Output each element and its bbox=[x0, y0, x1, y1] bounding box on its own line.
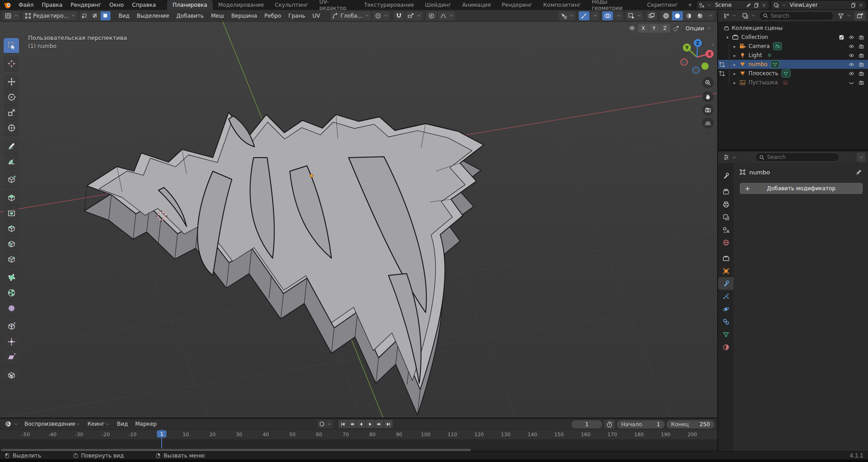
topbar-menu-Окно[interactable]: Окно bbox=[106, 0, 128, 10]
properties-options-dropdown[interactable] bbox=[857, 153, 865, 162]
play-reverse-button[interactable] bbox=[357, 420, 365, 428]
tool-select-box[interactable] bbox=[4, 38, 19, 53]
chevron-right-icon[interactable]: ▸ bbox=[734, 80, 739, 85]
tool-extrude-region[interactable] bbox=[4, 190, 19, 206]
copy-icon[interactable] bbox=[850, 2, 856, 8]
viewport-menu-UV[interactable]: UV bbox=[309, 11, 324, 21]
workspace-tab-10[interactable]: Скриптинг bbox=[642, 0, 683, 10]
camera-view-button[interactable] bbox=[702, 104, 714, 116]
visibility-dropdown[interactable] bbox=[558, 11, 575, 20]
mirror-icon[interactable] bbox=[628, 25, 636, 32]
shading-dropdown[interactable] bbox=[706, 11, 715, 20]
scene-selector[interactable]: Scene bbox=[697, 1, 769, 9]
chevron-down-icon[interactable] bbox=[327, 422, 331, 426]
render-visibility-icon[interactable] bbox=[858, 53, 864, 58]
tool-smooth[interactable] bbox=[4, 301, 19, 316]
tool-add-cube[interactable] bbox=[4, 172, 19, 188]
copy-icon[interactable] bbox=[753, 2, 759, 8]
vertex-select-button[interactable] bbox=[80, 11, 90, 20]
frame-end-field[interactable]: Конец250 bbox=[667, 420, 715, 428]
tool-shear[interactable] bbox=[4, 350, 19, 365]
workspace-tab-1[interactable]: Моделирование bbox=[213, 0, 269, 10]
camera-data-icon[interactable] bbox=[773, 43, 782, 50]
sidebar-collapse-arrow[interactable]: ‹ bbox=[712, 42, 714, 48]
properties-tab-object-data[interactable] bbox=[718, 328, 734, 341]
properties-tab-output[interactable] bbox=[718, 198, 734, 211]
timeline-menu-Вид[interactable]: Вид bbox=[113, 419, 131, 429]
mirror-axis-y[interactable]: Y bbox=[649, 24, 659, 33]
close-icon[interactable] bbox=[761, 2, 767, 8]
snap-target-dropdown[interactable] bbox=[405, 11, 422, 20]
edge-select-button[interactable] bbox=[90, 11, 100, 20]
auto-key-icon[interactable] bbox=[318, 420, 326, 428]
properties-tab-world[interactable] bbox=[718, 236, 734, 249]
outliner-filter-mode[interactable] bbox=[740, 11, 757, 20]
chevron-right-icon[interactable]: ▸ bbox=[734, 53, 739, 58]
proportional-falloff-dropdown[interactable] bbox=[438, 11, 455, 20]
mesh-data-icon[interactable] bbox=[771, 61, 779, 68]
properties-editor-type[interactable] bbox=[721, 153, 738, 162]
proportional-edit-toggle[interactable] bbox=[426, 11, 437, 20]
viewport-menu-Грань[interactable]: Грань bbox=[285, 11, 309, 21]
checkbox-icon[interactable] bbox=[839, 34, 844, 40]
viewport-menu-Выделение[interactable]: Выделение bbox=[133, 11, 173, 21]
tool-knife[interactable] bbox=[4, 252, 19, 267]
workspace-tab-0[interactable]: Планировка bbox=[167, 0, 212, 10]
properties-tab-modifiers[interactable] bbox=[718, 277, 734, 290]
mode-dropdown[interactable]: Редактиро... bbox=[23, 11, 77, 20]
mesh-edit-overlay-dropdown[interactable] bbox=[626, 11, 643, 20]
new-collection-button[interactable] bbox=[854, 11, 865, 20]
tool-annotate[interactable] bbox=[4, 139, 19, 154]
workspace-tab-4[interactable]: Текстурирование bbox=[359, 0, 419, 10]
workspace-tab-5[interactable]: Шейдинг bbox=[419, 0, 456, 10]
shading-rendered-button[interactable] bbox=[695, 11, 705, 20]
scene-collection-row[interactable]: Коллекция сцены bbox=[718, 24, 868, 33]
tool-cursor[interactable] bbox=[4, 56, 19, 72]
object-name[interactable]: numbo bbox=[749, 169, 770, 176]
properties-search[interactable]: Search bbox=[755, 153, 839, 162]
outliner-row-Collection[interactable]: ▾Collection bbox=[718, 33, 868, 42]
topbar-menu-Справка[interactable]: Справка bbox=[128, 0, 160, 10]
tool-transform[interactable] bbox=[4, 120, 19, 136]
shading-wireframe-button[interactable] bbox=[661, 11, 671, 20]
tool-rip-region[interactable] bbox=[4, 368, 19, 383]
tool-move[interactable] bbox=[4, 74, 19, 90]
viewlayer-name[interactable]: ViewLayer bbox=[788, 2, 849, 8]
prev-key-button[interactable] bbox=[348, 420, 356, 428]
viewlayer-selector[interactable]: ViewLayer bbox=[772, 1, 866, 9]
outliner-row-Пустышка[interactable]: ▸Пустышка bbox=[718, 78, 868, 87]
outliner-row-Плоскость[interactable]: ▸Плоскость bbox=[718, 69, 868, 78]
outliner-row-Camera[interactable]: ▸Camera bbox=[718, 42, 868, 51]
workspace-tab-6[interactable]: Анимация bbox=[457, 0, 496, 10]
current-frame-field[interactable]: 1 bbox=[571, 420, 602, 428]
pan-button[interactable] bbox=[702, 91, 714, 102]
pin-icon[interactable] bbox=[746, 2, 752, 8]
tool-measure[interactable] bbox=[4, 154, 19, 169]
current-frame-indicator[interactable]: 1 bbox=[157, 430, 167, 438]
tool-bevel[interactable] bbox=[4, 221, 19, 236]
add-modifier-button[interactable]: + Добавить модификатор bbox=[740, 183, 863, 194]
snap-toggle[interactable] bbox=[393, 11, 404, 20]
properties-tab-particles[interactable] bbox=[718, 290, 734, 303]
chevron-down-icon[interactable]: ▾ bbox=[726, 35, 732, 40]
shading-material-button[interactable] bbox=[683, 11, 694, 20]
timeline-menu-Воспроизведение[interactable]: Воспроизведение bbox=[21, 419, 84, 429]
3d-viewport[interactable]: X Y Z Пользовательская перспектива (1) n… bbox=[0, 22, 717, 418]
tool-scale[interactable] bbox=[4, 105, 19, 120]
properties-tab-scene[interactable] bbox=[718, 223, 734, 236]
xray-toggle[interactable] bbox=[646, 11, 657, 20]
shading-solid-button[interactable] bbox=[672, 11, 683, 20]
properties-tab-view-layer[interactable] bbox=[718, 211, 734, 223]
workspace-tab-9[interactable]: Ноды геометрии bbox=[586, 0, 642, 10]
tool-rotate[interactable] bbox=[4, 90, 19, 105]
properties-tab-collection[interactable] bbox=[718, 252, 734, 265]
workspace-tab-8[interactable]: Композитинг bbox=[538, 0, 586, 10]
properties-tab-tool[interactable] bbox=[718, 169, 734, 182]
workspace-tab-3[interactable]: UV-редактор bbox=[314, 0, 359, 10]
outliner-display-mode[interactable] bbox=[721, 11, 738, 20]
topbar-menu-Правка[interactable]: Правка bbox=[38, 0, 67, 10]
render-visibility-icon[interactable] bbox=[858, 80, 864, 86]
properties-tab-constraints[interactable] bbox=[718, 315, 734, 328]
outliner-filter-button[interactable] bbox=[835, 11, 853, 20]
chevron-right-icon[interactable]: ▸ bbox=[734, 44, 739, 49]
